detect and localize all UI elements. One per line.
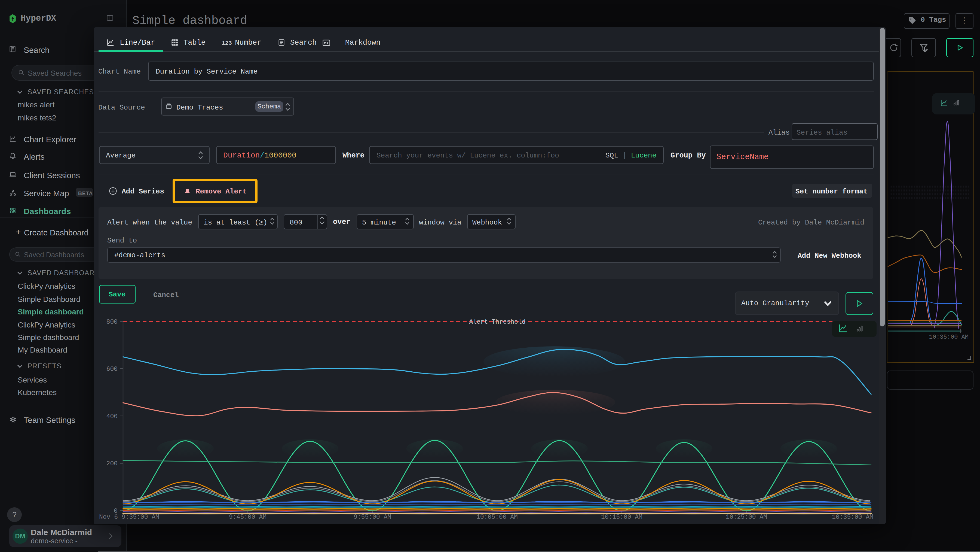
svg-text:10:35:00 AM: 10:35:00 AM [929, 334, 969, 341]
svg-text:10:25:00 AM: 10:25:00 AM [726, 514, 767, 521]
svg-text:600: 600 [107, 365, 118, 373]
svg-text:200: 200 [107, 460, 118, 467]
svg-text:9:55:00 AM: 9:55:00 AM [354, 514, 391, 521]
svg-text:10:35:00 AM: 10:35:00 AM [832, 514, 873, 521]
svg-text:9:45:00 AM: 9:45:00 AM [229, 514, 267, 521]
svg-text:800: 800 [107, 319, 118, 325]
svg-text:Alert Threshold: Alert Threshold [469, 319, 525, 325]
svg-text:10:15:00 AM: 10:15:00 AM [601, 514, 643, 521]
svg-text:Nov 6 9:35:00 AM: Nov 6 9:35:00 AM [99, 514, 159, 521]
svg-text:400: 400 [107, 413, 118, 420]
svg-text:10:05:00 AM: 10:05:00 AM [476, 514, 518, 521]
